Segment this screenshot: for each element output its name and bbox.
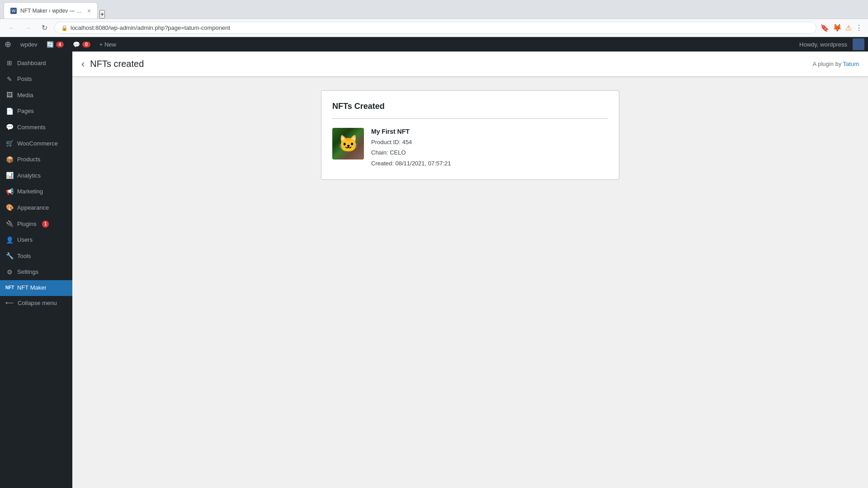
sidebar-label-plugins: Plugins <box>17 220 37 228</box>
dashboard-icon: ⊞ <box>5 59 14 68</box>
sidebar-item-products[interactable]: 📦 Products <box>0 152 72 168</box>
wp-main: ‹ NFTs created A plugin by Tatum NFTs Cr… <box>72 52 868 488</box>
browser-nav: ← → ↻ 🔒 localhost:8080/wp-admin/admin.ph… <box>0 19 868 37</box>
address-bar[interactable]: 🔒 localhost:8080/wp-admin/admin.php?page… <box>54 22 816 34</box>
sidebar-label-media: Media <box>17 91 33 99</box>
content-area: NFTs Created My First NFT Product ID: 45… <box>72 77 868 193</box>
sidebar-item-users[interactable]: 👤 Users <box>0 232 72 249</box>
tools-icon: 🔧 <box>5 252 14 261</box>
tab-title: NFT Maker ‹ wpdev — WordPre... <box>20 8 84 14</box>
extension-icon1[interactable]: 🦊 <box>833 23 842 32</box>
back-arrow-icon: ‹ <box>81 58 85 70</box>
analytics-icon: 📊 <box>5 171 14 180</box>
media-icon: 🖼 <box>5 91 14 100</box>
updates-count: 4 <box>56 42 64 47</box>
nft-card: NFTs Created My First NFT Product ID: 45… <box>321 90 619 180</box>
collapse-icon: ⟵ <box>5 300 14 306</box>
products-icon: 📦 <box>5 155 14 164</box>
sidebar-item-plugins[interactable]: 🔌 Plugins 1 <box>0 216 72 232</box>
sidebar-item-dashboard[interactable]: ⊞ Dashboard <box>0 55 72 71</box>
updates-item[interactable]: 🔄 4 <box>42 37 69 52</box>
marketing-icon: 📢 <box>5 188 14 197</box>
sidebar-label-pages: Pages <box>17 107 34 115</box>
comments-count: 0 <box>82 42 90 47</box>
page-header-left: ‹ NFTs created <box>81 58 144 70</box>
posts-icon: ✎ <box>5 75 14 84</box>
appearance-icon: 🎨 <box>5 203 14 212</box>
nft-meta: Product ID: 454 Chain: CELO Created: 08/… <box>371 137 608 169</box>
wp-logo-icon: ⊕ <box>5 39 11 49</box>
pages-icon: 📄 <box>5 107 14 116</box>
nft-name: My First NFT <box>371 128 608 135</box>
comments-icon: 💬 <box>73 41 80 48</box>
new-label: + New <box>99 41 116 48</box>
admin-bar-left: ⊕ wpdev 🔄 4 💬 0 + New <box>0 37 121 52</box>
sidebar-label-analytics: Analytics <box>17 172 41 180</box>
back-button[interactable]: ← <box>5 22 18 34</box>
url-text: localhost:8080/wp-admin/admin.php?page=t… <box>71 24 230 31</box>
wp-admin-bar: ⊕ wpdev 🔄 4 💬 0 + New Howdy, wordpress <box>0 37 868 52</box>
product-id-num: 454 <box>402 139 412 145</box>
sidebar-label-nft-maker: NFT Maker <box>17 284 47 292</box>
sidebar-label-users: Users <box>17 236 33 244</box>
wp-logo-item[interactable]: ⊕ <box>0 37 16 52</box>
howdy-text: Howdy, wordpress <box>794 41 853 48</box>
wp-sidebar: ⊞ Dashboard ✎ Posts 🖼 Media 📄 Pages 💬 Co… <box>0 52 72 488</box>
sidebar-label-woocommerce: WooCommerce <box>17 140 58 148</box>
sidebar-label-tools: Tools <box>17 252 31 260</box>
new-tab-button[interactable]: + <box>99 10 105 19</box>
sidebar-item-woocommerce[interactable]: 🛒 WooCommerce <box>0 136 72 152</box>
sidebar-item-posts[interactable]: ✎ Posts <box>0 71 72 88</box>
sidebar-label-appearance: Appearance <box>17 204 49 212</box>
sidebar-item-marketing[interactable]: 📢 Marketing <box>0 184 72 200</box>
sidebar-item-analytics[interactable]: 📊 Analytics <box>0 168 72 184</box>
site-name-item[interactable]: wpdev <box>16 37 42 52</box>
users-icon: 👤 <box>5 236 14 245</box>
sidebar-label-comments: Comments <box>17 123 46 131</box>
created-label: Created: <box>371 160 394 167</box>
nft-maker-icon: NFT <box>5 285 14 291</box>
sidebar-label-settings: Settings <box>17 268 38 276</box>
nft-item: My First NFT Product ID: 454 Chain: CELO <box>332 128 608 169</box>
tab-close-button[interactable]: × <box>87 7 91 14</box>
page-header: ‹ NFTs created A plugin by Tatum <box>72 52 868 77</box>
nft-created-line: Created: 08/11/2021, 07:57:21 <box>371 158 608 169</box>
plugin-credit: A plugin by Tatum <box>813 61 859 67</box>
sidebar-item-settings[interactable]: ⚙ Settings <box>0 264 72 281</box>
nft-chain-line: Chain: CELO <box>371 147 608 158</box>
tatum-link[interactable]: Tatum <box>843 61 859 67</box>
bookmark-icon[interactable]: 🔖 <box>820 23 829 32</box>
site-name: wpdev <box>20 41 38 48</box>
sidebar-item-tools[interactable]: 🔧 Tools <box>0 248 72 264</box>
comments-item[interactable]: 💬 0 <box>68 37 95 52</box>
sidebar-item-pages[interactable]: 📄 Pages <box>0 103 72 120</box>
settings-icon[interactable]: ⋮ <box>855 23 863 32</box>
collapse-label: Collapse menu <box>18 300 57 306</box>
page-title: NFTs created <box>90 59 144 69</box>
sidebar-item-appearance[interactable]: 🎨 Appearance <box>0 200 72 216</box>
comments-menu-icon: 💬 <box>5 123 14 132</box>
sidebar-item-nft-maker[interactable]: NFT NFT Maker <box>0 280 72 296</box>
chain-name: CELO <box>390 149 406 156</box>
reload-button[interactable]: ↻ <box>38 22 51 34</box>
created-date: 08/11/2021, 07:57:21 <box>396 160 451 167</box>
forward-button[interactable]: → <box>22 22 34 34</box>
plugin-credit-prefix: A plugin by <box>813 61 843 67</box>
active-tab[interactable]: W NFT Maker ‹ wpdev — WordPre... × <box>4 2 98 19</box>
new-content-item[interactable]: + New <box>95 37 121 52</box>
nft-card-title: NFTs Created <box>332 102 608 119</box>
extension-icon2[interactable]: ⚠ <box>845 23 852 32</box>
sidebar-label-products: Products <box>17 155 40 164</box>
admin-bar-right: Howdy, wordpress <box>794 38 868 50</box>
sidebar-item-media[interactable]: 🖼 Media <box>0 87 72 103</box>
collapse-menu-item[interactable]: ⟵ Collapse menu <box>0 296 72 310</box>
back-button[interactable]: ‹ <box>81 58 85 70</box>
lock-icon: 🔒 <box>61 25 68 31</box>
user-avatar[interactable] <box>853 38 864 50</box>
plugins-icon: 🔌 <box>5 220 14 229</box>
plugins-badge: 1 <box>42 221 49 228</box>
browser-chrome: W NFT Maker ‹ wpdev — WordPre... × + <box>0 0 868 19</box>
sidebar-menu: ⊞ Dashboard ✎ Posts 🖼 Media 📄 Pages 💬 Co… <box>0 52 72 296</box>
nft-product-id-line: Product ID: 454 <box>371 137 608 147</box>
sidebar-item-comments[interactable]: 💬 Comments <box>0 119 72 136</box>
